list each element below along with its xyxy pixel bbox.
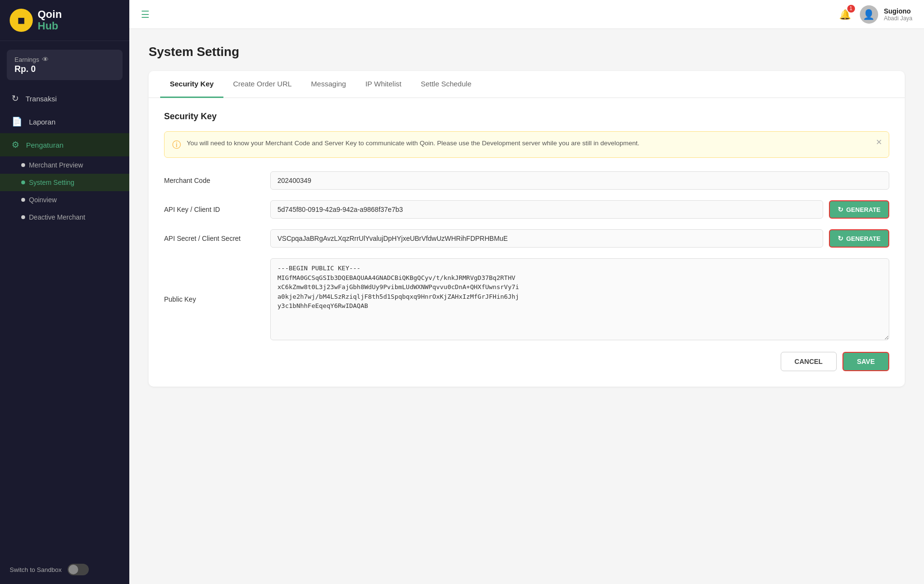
user-info: Sugiono Abadi Jaya	[884, 7, 912, 22]
user-name: Sugiono	[884, 7, 912, 15]
transaksi-label: Transaksi	[26, 95, 56, 103]
qoinview-dot	[21, 198, 25, 202]
refresh-icon: ↻	[838, 206, 843, 213]
sidebar-item-pengaturan[interactable]: ⚙ Pengaturan	[0, 133, 129, 156]
sandbox-toggle[interactable]	[68, 564, 89, 575]
laporan-icon: 📄	[12, 116, 22, 127]
alert-text: You will need to know your Merchant Code…	[187, 139, 639, 148]
tab-settle-schedule[interactable]: Settle Schedule	[411, 71, 481, 98]
sidebar-item-laporan[interactable]: 📄 Laporan	[0, 110, 129, 133]
notification-badge: 1	[847, 5, 855, 13]
sidebar-item-transaksi[interactable]: ↻ Transaksi	[0, 87, 129, 110]
api-secret-input[interactable]	[270, 229, 823, 248]
alert-box: ⓘ You will need to know your Merchant Co…	[164, 131, 889, 158]
tab-create-order-url[interactable]: Create Order URL	[223, 71, 302, 98]
page-title: System Setting	[149, 44, 905, 59]
qoinview-label: Qoinview	[29, 196, 57, 204]
toggle-knob	[69, 565, 78, 574]
main-area: ☰ 🔔 1 👤 Sugiono Abadi Jaya System Settin…	[129, 0, 924, 584]
deactive-dot	[21, 215, 25, 219]
api-key-input-wrap: ↻ GENERATE	[270, 200, 889, 219]
pengaturan-icon: ⚙	[12, 139, 19, 150]
merchant-code-label: Merchant Code	[164, 177, 270, 184]
merchant-code-row: Merchant Code	[164, 171, 889, 190]
sidebar-logo: ■ Qoin Hub	[0, 0, 129, 41]
api-key-row: API Key / Client ID ↻ GENERATE	[164, 200, 889, 219]
tabs: Security Key Create Order URL Messaging …	[149, 71, 905, 98]
sidebar-bottom: Switch to Sandbox	[0, 555, 129, 584]
avatar-icon: 👤	[863, 9, 875, 20]
user-avatar: 👤	[860, 5, 878, 24]
menu-icon[interactable]: ☰	[141, 9, 150, 20]
tab-messaging[interactable]: Messaging	[302, 71, 356, 98]
form-actions: CANCEL SAVE	[164, 352, 889, 373]
api-key-input[interactable]	[270, 200, 823, 219]
api-secret-input-wrap: ↻ GENERATE	[270, 229, 889, 248]
laporan-label: Laporan	[29, 118, 55, 126]
merchant-code-input-wrap	[270, 171, 889, 190]
public-key-row: Public Key	[164, 258, 889, 340]
sidebar: ■ Qoin Hub Earnings 👁 Rp. 0 ↻ Transaksi …	[0, 0, 129, 584]
topbar: ☰ 🔔 1 👤 Sugiono Abadi Jaya	[129, 0, 924, 29]
api-key-label: API Key / Client ID	[164, 206, 270, 213]
switch-to-sandbox-label: Switch to Sandbox	[10, 566, 62, 573]
sidebar-item-system-setting[interactable]: System Setting	[0, 174, 129, 191]
system-setting-dot	[21, 181, 25, 184]
nav-section: ↻ Transaksi 📄 Laporan ⚙ Pengaturan Merch…	[0, 87, 129, 226]
merchant-preview-dot	[21, 163, 25, 167]
transaksi-icon: ↻	[12, 93, 19, 104]
content-area: System Setting Security Key Create Order…	[129, 29, 924, 584]
deactive-label: Deactive Merchant	[29, 213, 85, 221]
sidebar-item-merchant-preview[interactable]: Merchant Preview	[0, 156, 129, 174]
alert-close-icon[interactable]: ✕	[876, 138, 882, 147]
eye-slash-icon: 👁	[42, 56, 49, 63]
public-key-input-wrap	[270, 258, 889, 340]
logo-icon: ■	[10, 9, 33, 32]
save-button[interactable]: SAVE	[842, 352, 889, 371]
settings-card: Security Key Create Order URL Messaging …	[149, 71, 905, 387]
earnings-box: Earnings 👁 Rp. 0	[7, 50, 123, 80]
sidebar-item-qoinview[interactable]: Qoinview	[0, 191, 129, 209]
public-key-textarea[interactable]	[270, 258, 889, 340]
generate-api-key-button[interactable]: ↻ GENERATE	[829, 200, 889, 219]
alert-icon: ⓘ	[172, 139, 181, 151]
public-key-label: Public Key	[164, 295, 270, 303]
earnings-label: Earnings 👁	[14, 56, 115, 63]
api-secret-row: API Secret / Client Secret ↻ GENERATE	[164, 229, 889, 248]
system-setting-label: System Setting	[29, 179, 74, 186]
generate-api-secret-button[interactable]: ↻ GENERATE	[829, 229, 889, 248]
sidebar-item-deactive-merchant[interactable]: Deactive Merchant	[0, 209, 129, 226]
user-company: Abadi Jaya	[884, 15, 912, 22]
card-body: Security Key ⓘ You will need to know you…	[149, 98, 905, 373]
logo-text: Qoin Hub	[38, 9, 62, 32]
section-title: Security Key	[164, 111, 889, 122]
api-secret-label: API Secret / Client Secret	[164, 235, 270, 242]
merchant-preview-label: Merchant Preview	[29, 161, 83, 169]
earnings-value: Rp. 0	[14, 64, 115, 74]
refresh-icon-2: ↻	[838, 235, 843, 242]
pengaturan-label: Pengaturan	[26, 141, 64, 149]
notification-bell[interactable]: 🔔 1	[837, 6, 854, 23]
merchant-code-input[interactable]	[270, 171, 889, 190]
logo-hub-label: Hub	[38, 20, 62, 32]
logo-qoin-label: Qoin	[38, 9, 62, 20]
tab-security-key[interactable]: Security Key	[160, 71, 223, 98]
cancel-button[interactable]: CANCEL	[781, 352, 837, 371]
tab-ip-whitelist[interactable]: IP Whitelist	[356, 71, 411, 98]
